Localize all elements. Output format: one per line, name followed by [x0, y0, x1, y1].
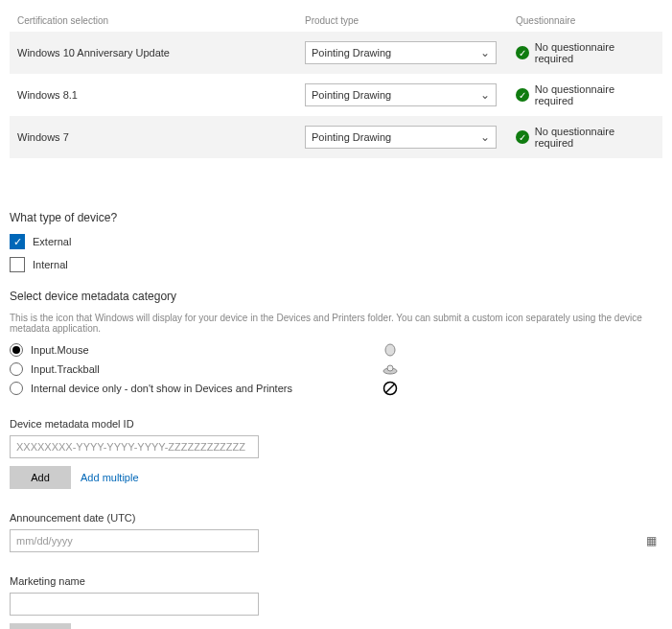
- dropdown-value: Pointing Drawing: [312, 131, 391, 143]
- col-type-header: Product type: [305, 15, 516, 26]
- product-type-dropdown[interactable]: Pointing Drawing ⌄: [305, 83, 497, 106]
- marketing-name-label: Marketing name: [10, 575, 662, 587]
- model-id-label: Device metadata model ID: [10, 418, 662, 430]
- announcement-date-label: Announcement date (UTC): [10, 512, 662, 524]
- device-type-title: What type of device?: [10, 211, 662, 224]
- svg-point-0: [385, 344, 395, 356]
- check-circle-icon: ✓: [516, 130, 529, 144]
- product-type-dropdown[interactable]: Pointing Drawing ⌄: [305, 41, 497, 64]
- cert-name: Windows 7: [17, 131, 305, 143]
- table-row: Windows 7 Pointing Drawing ⌄ ✓ No questi…: [10, 116, 662, 158]
- model-id-add-button[interactable]: Add: [10, 466, 71, 489]
- questionnaire-status: No questionnaire required: [535, 41, 655, 64]
- svg-point-2: [387, 365, 393, 371]
- check-circle-icon: ✓: [516, 46, 529, 59]
- announcement-date-input[interactable]: [10, 529, 259, 552]
- product-type-dropdown[interactable]: Pointing Drawing ⌄: [305, 126, 497, 149]
- chevron-down-icon: ⌄: [480, 46, 490, 59]
- trackball-radio[interactable]: [10, 362, 23, 376]
- col-q-header: Questionnaire: [516, 15, 655, 26]
- internal-only-radio[interactable]: [10, 382, 23, 395]
- table-header: Certification selection Product type Que…: [10, 10, 662, 32]
- table-row: Windows 8.1 Pointing Drawing ⌄ ✓ No ques…: [10, 74, 662, 116]
- trackball-label: Input.Trackball: [31, 363, 100, 375]
- marketing-add-button[interactable]: Add: [10, 623, 71, 629]
- external-label: External: [33, 236, 71, 247]
- mouse-radio[interactable]: [10, 343, 23, 357]
- marketing-name-input[interactable]: [10, 593, 259, 616]
- certification-table: Certification selection Product type Que…: [10, 10, 662, 158]
- col-cert-header: Certification selection: [17, 15, 305, 26]
- table-row: Windows 10 Anniversary Update Pointing D…: [10, 32, 662, 74]
- metadata-category-title: Select device metadata category: [10, 290, 662, 303]
- metadata-category-hint: This is the icon that Windows will displ…: [10, 313, 662, 334]
- chevron-down-icon: ⌄: [480, 130, 490, 144]
- internal-checkbox[interactable]: [10, 257, 25, 272]
- model-id-input[interactable]: [10, 435, 259, 458]
- model-id-add-multiple-link[interactable]: Add multiple: [81, 472, 139, 483]
- mouse-icon: [382, 343, 399, 357]
- svg-line-4: [386, 384, 395, 393]
- no-icon: [382, 382, 399, 395]
- cert-name: Windows 10 Anniversary Update: [17, 47, 305, 58]
- dropdown-value: Pointing Drawing: [312, 89, 391, 101]
- cert-name: Windows 8.1: [17, 89, 305, 101]
- internal-only-label: Internal device only - don't show in Dev…: [31, 383, 292, 394]
- trackball-icon: [382, 362, 399, 376]
- questionnaire-status: No questionnaire required: [535, 126, 655, 149]
- chevron-down-icon: ⌄: [480, 88, 490, 102]
- internal-label: Internal: [33, 259, 68, 270]
- calendar-icon[interactable]: ▦: [646, 534, 657, 547]
- dropdown-value: Pointing Drawing: [312, 47, 391, 58]
- external-checkbox[interactable]: ✓: [10, 234, 25, 249]
- questionnaire-status: No questionnaire required: [535, 83, 655, 106]
- check-circle-icon: ✓: [516, 88, 529, 102]
- mouse-label: Input.Mouse: [31, 344, 89, 356]
